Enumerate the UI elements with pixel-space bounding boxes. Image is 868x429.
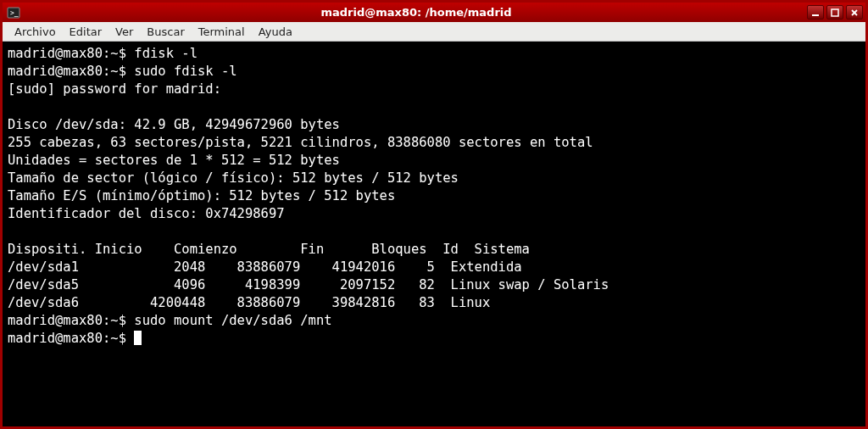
menu-buscar[interactable]: Buscar [140,24,191,40]
menu-archivo[interactable]: Archivo [8,24,63,40]
menu-ver[interactable]: Ver [108,24,140,40]
maximize-button[interactable] [826,5,843,20]
terminal-line: Tamaño E/S (mínimo/óptimo): 512 bytes / … [8,188,395,203]
terminal-line: Identificador del disco: 0x74298697 [8,206,285,221]
svg-rect-2 [812,14,819,16]
svg-text:>_: >_ [10,9,19,17]
terminal-icon: >_ [7,6,20,20]
minimize-button[interactable] [807,5,824,20]
menu-editar[interactable]: Editar [63,24,109,40]
terminal-line: 255 cabezas, 63 sectores/pista, 5221 cil… [8,135,593,150]
text-cursor [134,331,142,345]
terminal-line: madrid@max80:~$ fdisk -l [8,46,198,61]
terminal-line: Disco /dev/sda: 42.9 GB, 42949672960 byt… [8,117,340,132]
menu-ayuda[interactable]: Ayuda [252,24,299,40]
terminal-line: /dev/sda6 4200448 83886079 39842816 83 L… [8,295,490,310]
terminal-line: Tamaño de sector (lógico / físico): 512 … [8,170,459,186]
window-title: madrid@max80: /home/madrid [25,6,807,19]
menu-terminal[interactable]: Terminal [192,24,252,40]
terminal-line: Dispositi. Inicio Comienzo Fin Bloques I… [8,242,530,257]
titlebar[interactable]: >_ madrid@max80: /home/madrid [3,3,865,22]
terminal-output[interactable]: madrid@max80:~$ fdisk -l madrid@max80:~$… [3,42,865,426]
terminal-line: madrid@max80:~$ sudo fdisk -l [8,64,237,79]
window-controls [807,5,863,20]
terminal-line: /dev/sda5 4096 4198399 2097152 82 Linux … [8,277,609,292]
prompt-line: madrid@max80:~$ [8,331,134,346]
terminal-window: >_ madrid@max80: /home/madrid Archivo Ed… [0,0,868,429]
close-button[interactable] [846,5,863,20]
terminal-line: /dev/sda1 2048 83886079 41942016 5 Exten… [8,259,522,275]
menubar: Archivo Editar Ver Buscar Terminal Ayuda [3,22,865,42]
terminal-line: [sudo] password for madrid: [8,81,229,97]
terminal-line: madrid@max80:~$ sudo mount /dev/sda6 /mn… [8,313,332,328]
terminal-line: Unidades = sectores de 1 * 512 = 512 byt… [8,153,340,168]
svg-rect-3 [832,9,838,16]
